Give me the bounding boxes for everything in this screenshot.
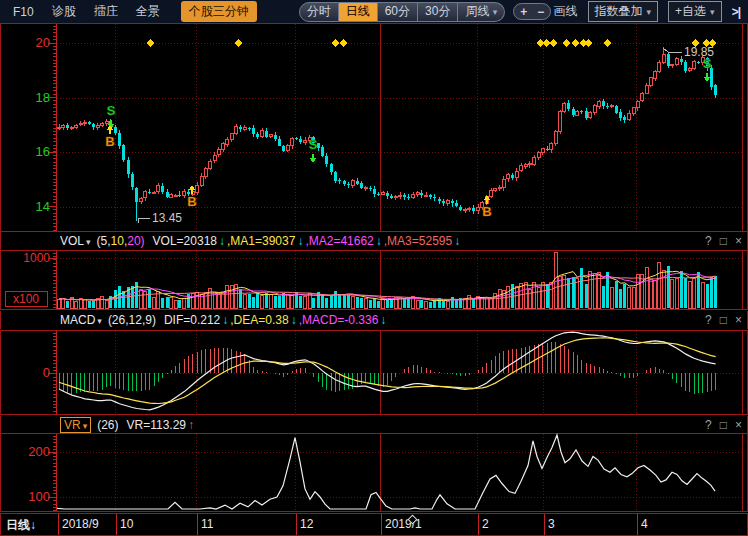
zoom-controls: + − [513, 3, 551, 20]
macd-chart: 0 [0, 330, 748, 415]
time-axis: 日线↓ 2018/91011122019/1234 [0, 513, 748, 536]
maximize-icon[interactable]: □ [720, 418, 727, 432]
zoom-in-button[interactable]: + [520, 5, 527, 19]
up-arrow-icon: ↑ [188, 418, 194, 432]
menu-f10[interactable]: F10 [13, 5, 34, 19]
macd-params: (26,12,9) [108, 313, 156, 327]
axis-tick [478, 514, 479, 535]
axis-label: 11 [201, 517, 213, 531]
down-arrow-icon: ↓ [380, 313, 386, 327]
axis-label: 10 [120, 517, 133, 531]
svg-text:1000: 1000 [23, 251, 50, 265]
stock-chart-window: F10 诊股 擂庄 全景 个股三分钟 分时 日线 60分 30分 周线 ▾ + … [0, 0, 748, 536]
vol-ma2: ,MA2=41662 [305, 234, 373, 248]
chevron-down-icon: ▾ [710, 7, 715, 17]
axis-label: 3 [548, 517, 555, 531]
vol-param-3: 20) [127, 234, 144, 248]
help-icon[interactable]: ? [705, 234, 712, 248]
axis-tick [296, 514, 297, 535]
volume-chart: 1000x100 [0, 250, 748, 310]
close-icon[interactable]: × [735, 234, 742, 248]
down-arrow-icon: ↓ [219, 234, 225, 248]
svg-text:x100: x100 [13, 292, 39, 306]
vol-param-2: 10, [111, 234, 128, 248]
vr-params: (26) [97, 418, 118, 432]
chevron-down-icon: ▾ [647, 7, 652, 17]
index-overlay-dropdown[interactable]: 指数叠加▾ [588, 1, 659, 22]
add-watchlist-dropdown[interactable]: +自选▾ [668, 1, 722, 22]
vol-ma1: ,MA1=39037 [227, 234, 295, 248]
macd-indicator-selector[interactable]: MACD▾ [60, 313, 102, 327]
vol-indicator-selector[interactable]: VOL▾ [60, 234, 91, 248]
chevron-down-icon: ▾ [83, 421, 88, 431]
candlestick-chart: 20181614SBBSBS13.4519.85 [0, 23, 748, 232]
svg-text:13.45: 13.45 [152, 211, 182, 225]
toolbar: F10 诊股 擂庄 全景 个股三分钟 分时 日线 60分 30分 周线 ▾ + … [0, 0, 748, 23]
axis-tick [197, 514, 198, 535]
chevron-down-icon: ▾ [97, 316, 102, 326]
svg-text:0: 0 [43, 365, 50, 380]
axis-tick [116, 514, 117, 535]
down-arrow-icon: ↓ [222, 313, 228, 327]
vol-pane-header: VOL▾(5,10,20) VOL=20318↓,MA1=39037↓,MA2=… [0, 232, 748, 250]
help-icon[interactable]: ? [705, 313, 712, 327]
chevron-down-icon: ▾ [493, 7, 498, 17]
help-icon[interactable]: ? [705, 418, 712, 432]
axis-label: 2 [482, 517, 489, 531]
menu-diagnose[interactable]: 诊股 [52, 3, 76, 20]
vol-ma3: ,MA3=52595 [384, 234, 452, 248]
axis-label: 2018/9 [62, 517, 99, 531]
svg-text:200: 200 [28, 444, 50, 459]
period-weekly-dropdown[interactable]: 周线 ▾ [458, 2, 505, 22]
svg-text:S: S [309, 137, 318, 152]
period-switcher: 分时 日线 60分 30分 周线 ▾ [299, 2, 506, 22]
macd-dif: DIF=0.212 [164, 313, 220, 327]
down-arrow-icon: ↓ [376, 234, 382, 248]
axis-tick [544, 514, 545, 535]
svg-text:19.85: 19.85 [684, 45, 714, 59]
period-60min[interactable]: 60分 [378, 2, 418, 22]
macd-dea: ,DEA=0.38 [230, 313, 288, 327]
macd-pane-header: MACD▾(26,12,9) DIF=0.212↓,DEA=0.38↓,MACD… [0, 311, 748, 329]
period-30min[interactable]: 30分 [418, 2, 458, 22]
down-arrow-icon: ↓ [454, 234, 460, 248]
axis-label: 4 [641, 517, 648, 531]
draw-line-button[interactable]: 画线 [554, 3, 578, 20]
axis-period-label[interactable]: 日线↓ [6, 517, 36, 534]
down-arrow-icon: ↓ [291, 313, 297, 327]
svg-text:20: 20 [36, 35, 50, 50]
svg-text:14: 14 [36, 199, 50, 214]
period-daily[interactable]: 日线 [339, 2, 378, 22]
toolbar-right: 画线 指数叠加▾ +自选▾ >| [554, 1, 744, 22]
svg-text:S: S [107, 103, 116, 118]
menu-banker[interactable]: 擂庄 [94, 3, 118, 20]
axis-label: 12 [300, 517, 313, 531]
stock-3min-button[interactable]: 个股三分钟 [181, 1, 257, 22]
menu-overview[interactable]: 全景 [136, 3, 160, 20]
vr-chart: 200100 [0, 433, 748, 512]
period-intraday[interactable]: 分时 [299, 2, 339, 22]
svg-text:B: B [482, 204, 491, 219]
down-arrow-icon: ↓ [297, 234, 303, 248]
axis-tick [637, 514, 638, 535]
vr-pane-header: VR▾(26) VR=113.29↑ ?□× [0, 416, 748, 433]
axis-tick [381, 514, 382, 535]
macd-value: ,MACD=-0.336 [299, 313, 379, 327]
zoom-out-button[interactable]: − [537, 5, 544, 19]
svg-text:16: 16 [36, 144, 50, 159]
vr-indicator-selector[interactable]: VR▾ [60, 417, 91, 433]
svg-text:100: 100 [28, 489, 50, 504]
vol-param-1: (5, [97, 234, 111, 248]
close-icon[interactable]: × [735, 313, 742, 327]
chevron-down-icon: ▾ [86, 237, 91, 247]
axis-tick [58, 514, 59, 535]
svg-text:18: 18 [36, 90, 50, 105]
svg-text:B: B [105, 134, 114, 149]
expand-panel-icon[interactable]: >| [732, 5, 740, 19]
close-icon[interactable]: × [735, 418, 742, 432]
svg-text:B: B [187, 194, 196, 209]
maximize-icon[interactable]: □ [720, 234, 727, 248]
vr-value: VR=113.29 [127, 418, 187, 432]
maximize-icon[interactable]: □ [720, 313, 727, 327]
vol-value: VOL=20318 [153, 234, 217, 248]
